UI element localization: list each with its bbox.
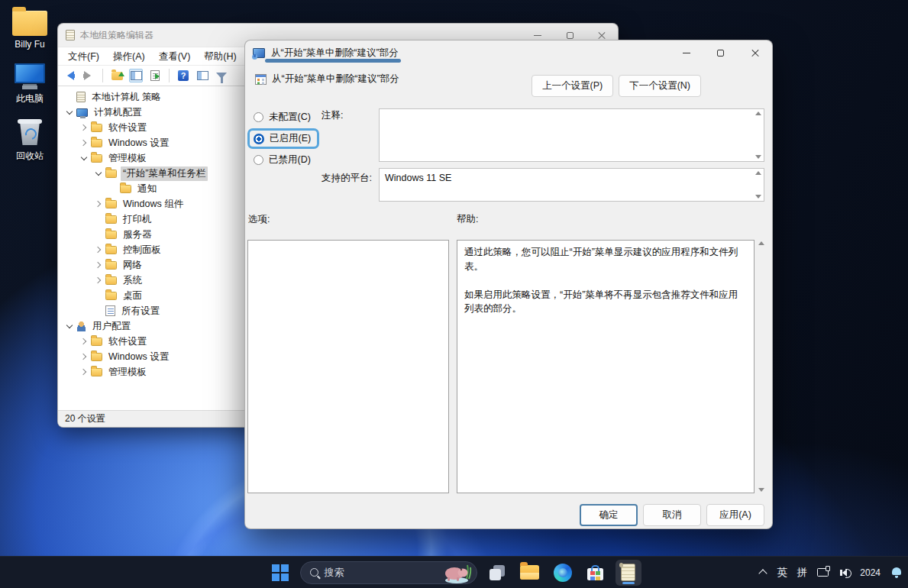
desktop-icon[interactable]: 回收站: [5, 118, 55, 163]
scroll-up-icon[interactable]: [755, 111, 761, 115]
radio-option[interactable]: 已启用(E): [247, 128, 319, 149]
tree-item[interactable]: 软件设置: [58, 120, 244, 135]
tree-expander-icon[interactable]: [79, 137, 89, 148]
menu-item[interactable]: 帮助(H): [197, 47, 243, 66]
radio-icon[interactable]: [254, 112, 263, 122]
tree-item[interactable]: Windows 组件: [58, 196, 244, 212]
tree-item[interactable]: 所有设置: [58, 303, 244, 318]
dialog-minimize-button[interactable]: [669, 40, 703, 65]
comment-field[interactable]: [379, 108, 764, 162]
tree-expander-icon[interactable]: [64, 321, 75, 331]
toolbar-separator: [102, 69, 103, 82]
help-scrollbar[interactable]: [756, 240, 767, 493]
tree-expander-icon[interactable]: [93, 260, 104, 270]
volume-icon[interactable]: [839, 569, 847, 577]
cancel-button[interactable]: 取消: [643, 504, 701, 526]
tree-item[interactable]: 用户配置: [58, 318, 244, 334]
new-window-button[interactable]: [195, 69, 209, 82]
tree-item[interactable]: 通知: [58, 181, 244, 196]
help-button[interactable]: ?: [176, 69, 190, 82]
tree-item[interactable]: 管理模板: [58, 150, 244, 166]
tree-expander-icon[interactable]: [93, 305, 104, 316]
scroll-down-icon[interactable]: [755, 155, 761, 159]
tree-expander-icon[interactable]: [79, 351, 89, 362]
folder-icon: [91, 154, 102, 163]
tree-item[interactable]: 计算机配置: [58, 105, 244, 120]
tree-item[interactable]: 服务器: [58, 227, 244, 242]
next-setting-button[interactable]: 下一个设置(N): [619, 75, 701, 97]
desktop-icon[interactable]: Billy Fu: [5, 5, 55, 50]
search-box[interactable]: 搜索: [300, 561, 477, 584]
filter-button[interactable]: [215, 69, 228, 82]
tree-item-label: 软件设置: [106, 334, 149, 349]
tree-expander-icon[interactable]: [93, 290, 104, 301]
folder-icon: [91, 338, 102, 346]
tree-expander-icon[interactable]: [93, 199, 104, 209]
apply-button[interactable]: 应用(A): [706, 504, 764, 526]
tree-expander-icon[interactable]: [79, 153, 89, 163]
clock[interactable]: 2024: [860, 567, 881, 578]
scroll-down-icon[interactable]: [755, 195, 761, 199]
tree-item[interactable]: 软件设置: [58, 334, 244, 349]
taskbar-app[interactable]: [484, 560, 510, 586]
tree-item[interactable]: 桌面: [58, 288, 244, 303]
tree-item[interactable]: 打印机: [58, 212, 244, 227]
tree-item[interactable]: Windows 设置: [58, 135, 244, 150]
tree-item[interactable]: “开始”菜单和任务栏: [58, 166, 244, 181]
scroll-up-icon[interactable]: [755, 171, 761, 175]
supported-scrollbar[interactable]: [753, 169, 764, 201]
tree-expander-icon[interactable]: [79, 122, 89, 133]
desktop-icon[interactable]: 此电脑: [5, 62, 55, 105]
tree-item[interactable]: 网络: [58, 257, 244, 273]
taskbar-app-list: [484, 560, 641, 586]
tree-expander-icon[interactable]: [64, 92, 75, 102]
comment-value[interactable]: [380, 109, 753, 161]
dialog-close-button[interactable]: [738, 40, 772, 65]
radio-option[interactable]: 未配置(C): [253, 109, 319, 125]
tree-expander-icon[interactable]: [93, 275, 104, 286]
menu-item[interactable]: 操作(A): [106, 47, 152, 66]
menu-item[interactable]: 查看(V): [152, 47, 198, 66]
radio-icon[interactable]: [254, 155, 263, 165]
tree-item-label: 服务器: [121, 228, 154, 242]
tree-item[interactable]: Windows 设置: [58, 349, 244, 364]
tree-item[interactable]: 管理模板: [58, 364, 244, 380]
forward-button[interactable]: [82, 69, 95, 82]
start-button[interactable]: [267, 560, 293, 586]
comment-scrollbar[interactable]: [753, 109, 764, 161]
radio-icon[interactable]: [254, 134, 264, 144]
tree-expander-icon[interactable]: [93, 244, 104, 255]
taskbar-app[interactable]: [550, 560, 576, 586]
tree-expander-icon[interactable]: [93, 229, 104, 240]
tree-item[interactable]: 控制面板: [58, 242, 244, 257]
search-highlight-hippo-image[interactable]: [441, 562, 475, 583]
menu-item[interactable]: 文件(F): [61, 47, 106, 66]
taskbar-app[interactable]: [583, 560, 609, 586]
tree-item[interactable]: 系统: [58, 273, 244, 288]
tree-expander-icon[interactable]: [108, 183, 118, 194]
tree-item[interactable]: 本地计算机 策略: [58, 89, 244, 105]
up-one-level-button[interactable]: [110, 69, 124, 82]
tray-overflow-chevron-icon[interactable]: [760, 569, 767, 576]
taskbar-app[interactable]: [616, 560, 641, 586]
scroll-down-icon[interactable]: [758, 488, 764, 492]
dialog-maximize-button[interactable]: [703, 40, 738, 65]
notification-bell-icon[interactable]: [890, 567, 902, 578]
radio-option[interactable]: 已禁用(D): [253, 152, 319, 168]
tree-expander-icon[interactable]: [93, 168, 104, 179]
ok-button[interactable]: 确定: [580, 504, 638, 526]
tree-expander-icon[interactable]: [64, 107, 75, 118]
export-list-button[interactable]: [148, 69, 162, 82]
input-method-pinyin[interactable]: 拼: [797, 566, 808, 580]
tree-expander-icon[interactable]: [79, 367, 89, 377]
input-language-english[interactable]: 英: [777, 566, 787, 580]
tree-expander-icon[interactable]: [93, 214, 104, 225]
tree-expander-icon[interactable]: [79, 336, 89, 347]
back-button[interactable]: [63, 69, 76, 82]
tree-item-label: 系统: [121, 273, 144, 288]
previous-setting-button[interactable]: 上一个设置(P): [532, 75, 613, 97]
scroll-up-icon[interactable]: [758, 241, 764, 245]
show-console-tree-button[interactable]: [129, 69, 143, 82]
taskbar-app[interactable]: [517, 560, 543, 586]
network-icon[interactable]: [817, 568, 829, 577]
